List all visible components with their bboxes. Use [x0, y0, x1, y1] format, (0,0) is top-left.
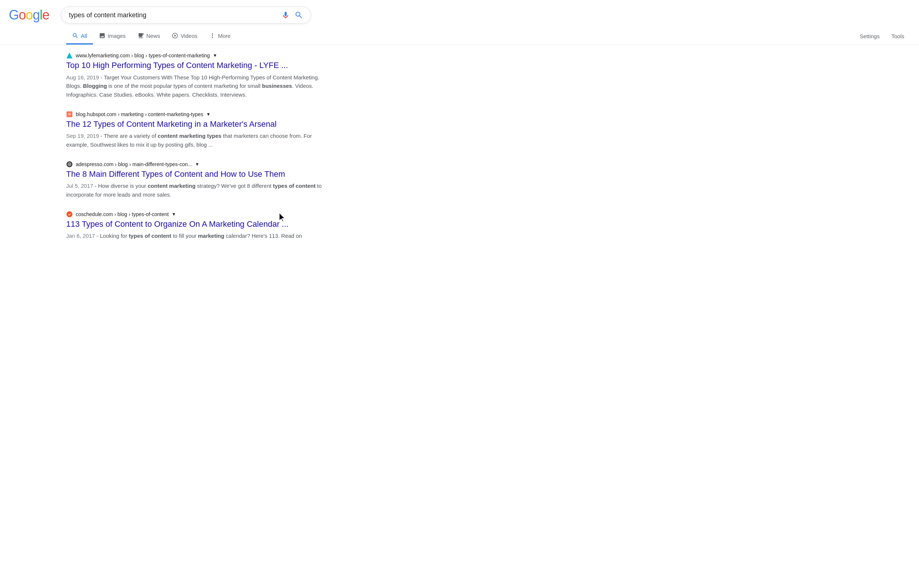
tab-images[interactable]: Images: [93, 28, 132, 44]
result-snippet-text-2: - There are a variety of content marketi…: [66, 132, 312, 148]
tab-more-label: More: [218, 33, 231, 39]
result-snippet-text-1: - Target Your Customers With These Top 1…: [66, 74, 319, 98]
logo-g: G: [9, 7, 19, 23]
logo-o2: o: [26, 7, 33, 23]
result-url-row: coschedule.com › blog › types-of-content…: [66, 211, 322, 218]
favicon-hubspot: H: [66, 111, 73, 118]
result-snippet-text-3: - How diverse is your content marketing …: [66, 183, 321, 198]
result-title-3[interactable]: The 8 Main Different Types of Content an…: [66, 169, 322, 180]
favicon-adespresso: [66, 161, 73, 168]
favicon-coschedule: [66, 211, 73, 218]
images-tab-icon: [99, 32, 105, 39]
tabs-right: Settings Tools: [854, 29, 910, 44]
table-row: adespresso.com › blog › main-different-t…: [66, 161, 322, 199]
url-dropdown-3[interactable]: ▼: [195, 162, 199, 167]
news-tab-icon: [137, 32, 144, 39]
result-snippet-4: Jan 6, 2017 - Looking for types of conte…: [66, 231, 322, 240]
header: Google: [0, 0, 919, 24]
url-dropdown-1[interactable]: ▼: [213, 53, 217, 58]
logo-e: e: [42, 7, 49, 23]
tab-news[interactable]: News: [132, 28, 166, 44]
tab-news-label: News: [146, 33, 160, 39]
tab-images-label: Images: [108, 33, 126, 39]
table-row: H blog.hubspot.com › marketing › content…: [66, 111, 322, 149]
tab-all-label: All: [81, 33, 87, 39]
search-tab-icon: [72, 32, 79, 39]
result-url-row: adespresso.com › blog › main-different-t…: [66, 161, 322, 168]
mic-icon[interactable]: [281, 11, 290, 19]
results-container: www.lyfemarketing.com › blog › types-of-…: [0, 45, 331, 260]
result-url-2: blog.hubspot.com › marketing › content-m…: [76, 111, 203, 117]
logo-g2: g: [33, 7, 40, 23]
result-url-row: H blog.hubspot.com › marketing › content…: [66, 111, 322, 118]
settings-link[interactable]: Settings: [854, 29, 885, 44]
result-snippet-2: Sep 19, 2019 - There are a variety of co…: [66, 132, 322, 149]
search-bar[interactable]: [61, 6, 311, 24]
result-date-1: Aug 16, 2019: [66, 74, 99, 81]
tabs-bar: All Images News Videos: [0, 24, 919, 45]
svg-point-1: [69, 163, 70, 165]
url-dropdown-2[interactable]: ▼: [206, 112, 211, 117]
result-url-row: www.lyfemarketing.com › blog › types-of-…: [66, 52, 322, 59]
result-url-4: coschedule.com › blog › types-of-content: [76, 211, 169, 217]
more-tab-icon: [209, 32, 216, 39]
tab-all[interactable]: All: [66, 28, 93, 44]
svg-point-2: [66, 211, 73, 217]
result-date-2: Sep 19, 2019: [66, 132, 99, 139]
result-snippet-1: Aug 16, 2019 - Target Your Customers Wit…: [66, 73, 322, 99]
search-input[interactable]: [69, 11, 277, 19]
result-date-4: Jan 6, 2017: [66, 233, 95, 239]
result-title-1[interactable]: Top 10 High Performing Types of Content …: [66, 60, 322, 71]
tools-link[interactable]: Tools: [885, 29, 910, 44]
url-dropdown-4[interactable]: ▼: [172, 212, 176, 217]
videos-tab-icon: [172, 32, 178, 39]
google-logo[interactable]: Google: [9, 7, 49, 23]
tab-more[interactable]: More: [203, 28, 236, 44]
result-title-2[interactable]: The 12 Types of Content Marketing in a M…: [66, 119, 322, 130]
favicon-lyfe: [66, 52, 73, 59]
tab-videos[interactable]: Videos: [166, 28, 203, 44]
result-snippet-3: Jul 5, 2017 - How diverse is your conten…: [66, 181, 322, 199]
tab-videos-label: Videos: [181, 33, 197, 39]
table-row: www.lyfemarketing.com › blog › types-of-…: [66, 52, 322, 99]
logo-o1: o: [19, 7, 26, 23]
logo-l: l: [40, 7, 42, 23]
table-row: coschedule.com › blog › types-of-content…: [66, 211, 322, 240]
search-button[interactable]: [294, 11, 303, 19]
result-title-4[interactable]: 113 Types of Content to Organize On A Ma…: [66, 219, 322, 230]
result-date-3: Jul 5, 2017: [66, 183, 93, 189]
result-url-3: adespresso.com › blog › main-different-t…: [76, 162, 192, 167]
result-snippet-text-4: - Looking for types of content to fill y…: [97, 233, 302, 239]
result-url-1: www.lyfemarketing.com › blog › types-of-…: [76, 53, 210, 58]
